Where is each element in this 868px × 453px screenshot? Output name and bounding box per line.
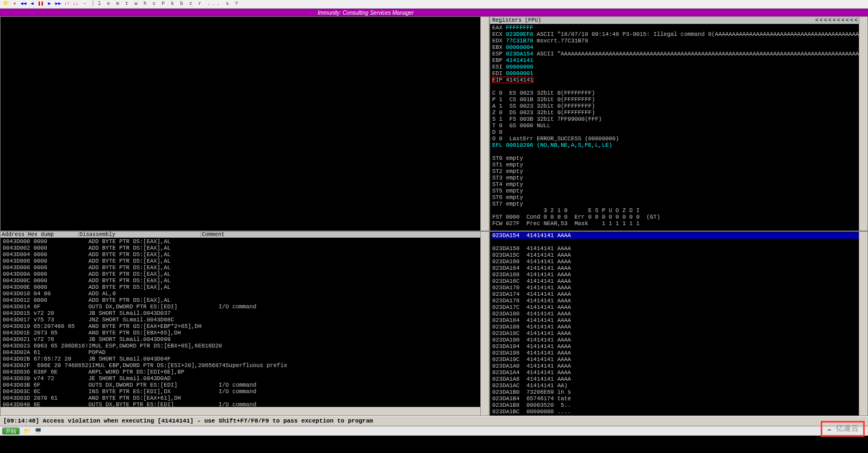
stack-row[interactable]: 023DA18C 41414141 AAAA <box>492 330 571 337</box>
stack-row[interactable]: 023DA194 41414141 AAAA <box>492 343 571 350</box>
taskbar-item[interactable]: 🖥️ <box>35 428 41 434</box>
stack-row-selected[interactable]: 023DA154 41414141 AAAA <box>492 232 865 239</box>
dump-row[interactable]: 0043D017 v75 73 JNZ SHORT SLmail.0043D08… <box>3 317 219 323</box>
dump-row[interactable]: 0043D002 0000 ADD BYTE PTR DS:[EAX],AL <box>3 245 219 251</box>
dump-row[interactable]: 0043D03B 6F OUTS DX,DWORD PTR ES:[EDI] I… <box>3 382 256 388</box>
stack-row[interactable]: 023DA19C 41414141 AAAA <box>492 356 571 363</box>
dump-row[interactable]: 0043D012 0000 ADD BYTE PTR DS:[EAX],AL <box>3 297 219 303</box>
dump-row[interactable]: 0043D015 v72 20 JB SHORT SLmail.0043D037 <box>3 310 219 317</box>
stack-row[interactable]: 023DA1A0 41414141 AAAA <box>492 363 571 369</box>
stack-row[interactable]: 023DA184 41414141 AAAA <box>492 317 571 324</box>
dump-row[interactable]: 0043D008 0000 ADD BYTE PTR DS:[EAX],AL <box>3 264 219 271</box>
registers-header[interactable]: Registers (FPU) <box>492 17 541 23</box>
registers-pane[interactable]: Registers (FPU) < < < < < < < < < < < < … <box>489 16 868 231</box>
tool-open-icon[interactable]: 📁 <box>2 1 10 8</box>
dump-row[interactable]: 0043D039 v74 72 JE SHORT SLmail.0043D0AD <box>3 375 219 382</box>
dump-row[interactable]: 0043D00A 0000 ADD BYTE PTR DS:[EAX],AL <box>3 271 219 277</box>
stack-row[interactable]: 023DA1A8 41414141 AAAA <box>492 376 571 382</box>
stack-row[interactable]: 023DA1AC 41414141 AA) <box>492 382 568 389</box>
start-button[interactable]: 开始 <box>2 427 20 435</box>
vscrollbar[interactable] <box>859 17 867 231</box>
taskbar[interactable]: 开始 📁 🖥️ <box>0 426 868 436</box>
dump-row[interactable]: 0043D036 636F 6E ARPL WORD PTR DS:[EDI+6… <box>3 369 219 375</box>
stack-row[interactable]: 023DA1BC 00000000 .... <box>492 408 571 415</box>
tool-play-icon[interactable]: ▶ <box>46 1 53 8</box>
dump-row[interactable]: 0043D03D 2070 61 AND BYTE PTR DS:[EAX+61… <box>3 395 219 401</box>
col-comment[interactable]: Comment <box>201 232 489 238</box>
stack-row[interactable]: 023DA168 41414141 AAAA <box>492 271 571 278</box>
window-titlebar[interactable]: Immunity: Consulting Services Manager <box>0 9 868 16</box>
stack-rows[interactable]: 023DA154 41414141 AAAA 023DA158 41414141… <box>490 232 867 416</box>
stack-row[interactable]: 023DA190 41414141 AAAA <box>492 337 571 343</box>
stack-row[interactable]: 023DA174 41414141 AAAA <box>492 291 571 297</box>
stack-row[interactable]: 023DA164 41414141 AAAA <box>492 265 571 271</box>
status-text: [09:14:48] Access violation when executi… <box>3 418 373 424</box>
taskbar-item[interactable]: 📁 <box>24 428 30 434</box>
stack-row[interactable]: 023DA188 41414141 AAAA <box>492 324 571 330</box>
stack-row[interactable]: 023DA178 41414141 AAAA <box>492 297 571 304</box>
stack-row[interactable]: 023DA16C 41414141 AAAA <box>492 278 571 284</box>
vscrollbar[interactable] <box>480 232 489 415</box>
vscrollbar[interactable] <box>480 17 489 231</box>
hscrollbar[interactable] <box>1 407 480 415</box>
tool-stepin-icon[interactable]: ↓↑ <box>63 1 71 8</box>
tool-x-icon[interactable]: ✕ <box>11 1 18 8</box>
stack-row[interactable]: 023DA1B4 65746174 tate <box>492 395 571 402</box>
dump-row[interactable]: 0043D014 6F OUTS DX,DWORD PTR ES:[EDI] I… <box>3 303 256 310</box>
col-disasm[interactable]: Disassembly <box>78 232 201 238</box>
tool-ff-icon[interactable]: ▶▶ <box>54 1 62 8</box>
stack-row[interactable]: 023DA15C 41414141 AAAA <box>492 252 571 258</box>
dump-row[interactable]: 0043D02B 67:65:72 20 JB SHORT SLmail.004… <box>3 356 219 362</box>
stack-row[interactable]: 023DA17C 41414141 AAAA <box>492 304 571 311</box>
stack-row[interactable]: 023DA198 41414141 AAAA <box>492 350 571 356</box>
dump-pane[interactable]: Address Hex dump Disassembly Comment 004… <box>0 231 489 416</box>
watermark-cloud-icon: ☁ <box>827 424 831 433</box>
dump-row[interactable]: 0043D02F 696E 20 74686521IMUL EBP,DWORD … <box>3 362 287 369</box>
dump-row[interactable]: 0043D023 6963 65 206D616!IMUL ESP,DWORD … <box>3 343 222 349</box>
col-address[interactable]: Address <box>1 232 27 238</box>
dump-row[interactable]: 0043D02A 61 POPAD <box>3 349 219 356</box>
dump-row[interactable]: 0043D010 04 00 ADD AL,0 <box>3 290 219 297</box>
stack-row[interactable]: 023DA170 41414141 AAAA <box>492 284 571 291</box>
tool-letters[interactable]: l e m t w h c P k b z r ... s ? <box>98 2 239 7</box>
dump-row[interactable]: 0043D000 0000 ADD BYTE PTR DS:[EAX],AL <box>3 238 219 245</box>
dump-row[interactable]: 0043D00E 0000 ADD BYTE PTR DS:[EAX],AL <box>3 284 219 290</box>
vscrollbar[interactable] <box>859 232 867 415</box>
cpu-disasm-pane[interactable] <box>0 16 489 231</box>
tool-rewind-icon[interactable]: ◀◀ <box>20 1 27 8</box>
dump-row[interactable]: 0043D00C 0000 ADD BYTE PTR DS:[EAX],AL <box>3 277 219 284</box>
watermark-badge: ☁ 亿速云 <box>821 421 865 437</box>
tool-separator-icon: ┊ <box>89 1 97 8</box>
dump-row[interactable]: 0043D03C 6C INS BYTE PTR ES:[EDI],DX I/O… <box>3 388 256 395</box>
stack-row[interactable]: 023DA1C0 00000000 .... <box>492 415 571 416</box>
stack-row[interactable]: 023DA1B8 00003520 5.. <box>492 402 571 408</box>
window-title: Immunity: Consulting Services Manager <box>318 10 414 16</box>
tool-back-icon[interactable]: ◀ <box>28 1 36 8</box>
registers-chevrons[interactable]: < < < < < < < < < < < < <box>815 17 865 23</box>
tool-stepover-icon[interactable]: ↓↓ <box>72 1 79 8</box>
stack-row[interactable]: 023DA1B0 73206E69 in s <box>492 389 571 395</box>
stack-row[interactable]: 023DA1A4 41414141 AAAA <box>492 369 571 376</box>
dump-rows[interactable]: 0043D000 0000 ADD BYTE PTR DS:[EAX],AL 0… <box>1 238 489 416</box>
stack-pane[interactable]: 023DA154 41414141 AAAA 023DA158 41414141… <box>489 231 868 416</box>
dump-row[interactable]: 0043D01E 2073 65 AND BYTE PTR DS:[EBX+65… <box>3 330 219 336</box>
dump-row[interactable]: 0043D006 0000 ADD BYTE PTR DS:[EAX],AL <box>3 258 219 264</box>
status-bar: [09:14:48] Access violation when executi… <box>0 416 868 426</box>
stack-row[interactable]: 023DA180 41414141 AAAA <box>492 311 571 317</box>
tool-into-icon[interactable]: → <box>80 1 88 8</box>
stack-row[interactable]: 023DA160 41414141 AAAA <box>492 258 571 265</box>
toolbar[interactable]: 📁 ✕ ◀◀ ◀ ❚❚ ▶ ▶▶ ↓↑ ↓↓ → ┊ l e m t w h c… <box>0 0 868 9</box>
col-hex[interactable]: Hex dump <box>27 232 78 238</box>
dump-row[interactable]: 0043D004 0000 ADD BYTE PTR DS:[EAX],AL <box>3 251 219 258</box>
tool-pause-icon[interactable]: ❚❚ <box>37 1 45 8</box>
registers-content[interactable]: EAX FFFFFFFF ECX 023D9EF0 ASCII "18/07/1… <box>490 24 867 227</box>
dump-row[interactable]: 0043D019 65:207468 65 AND BYTE PTR GS:[E… <box>3 323 219 330</box>
stack-row[interactable]: 023DA158 41414141 AAAA <box>492 245 571 252</box>
dump-row[interactable]: 0043D021 v72 76 JB SHORT SLmail.0043D099 <box>3 336 219 343</box>
